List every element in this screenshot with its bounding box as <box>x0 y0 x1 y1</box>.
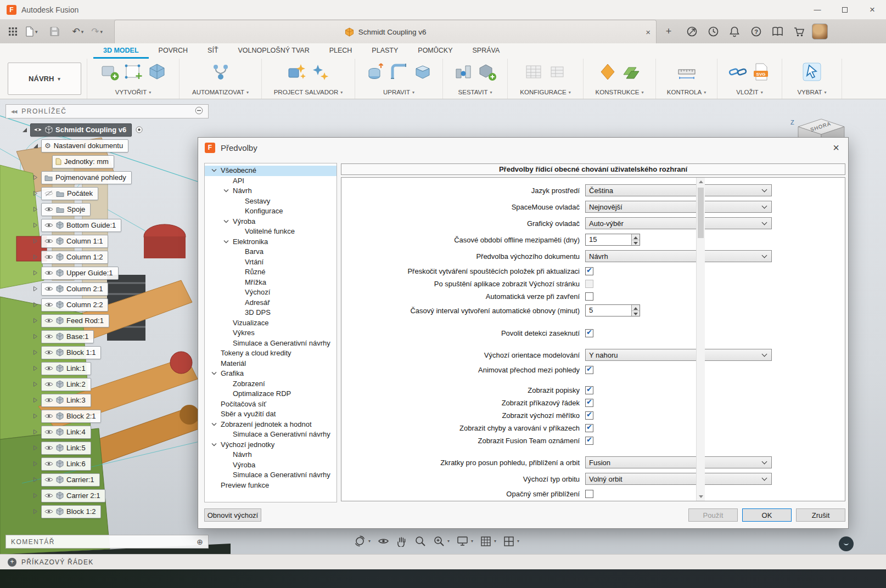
eye-icon[interactable] <box>44 270 53 276</box>
pref-tree-item-simulace-a-generativni-navrhy[interactable]: Simulace a Generativní návrhy <box>205 470 337 480</box>
scroll-up-icon[interactable] <box>697 178 705 186</box>
browser-node[interactable]: Column 1:2 <box>41 251 108 264</box>
collapse-arrow-icon[interactable] <box>22 127 30 133</box>
insert-svg-icon[interactable]: SVG <box>751 61 772 82</box>
collapse-arrow-icon[interactable] <box>33 143 41 149</box>
add-comment-icon[interactable]: ⊕ <box>197 538 203 546</box>
shell-icon[interactable] <box>412 61 433 82</box>
command-expand-icon[interactable]: + <box>8 558 16 567</box>
expand-arrow-icon[interactable] <box>33 254 41 260</box>
pref-tree-item-sestavy[interactable]: Sestavy <box>205 196 337 207</box>
create-sketch-icon[interactable] <box>123 61 144 82</box>
eyeoff-icon[interactable] <box>44 190 53 196</box>
chevron-down-icon[interactable] <box>221 189 231 193</box>
pref-tree-item-tokeny-a-cloud-kredity[interactable]: Tokeny a cloud kredity <box>205 348 337 359</box>
browser-item[interactable]: Link:5 <box>5 440 209 456</box>
browser-item[interactable]: Column 2:2 <box>5 297 209 313</box>
close-button[interactable]: × <box>859 0 886 20</box>
scroll-down-icon[interactable] <box>697 492 705 501</box>
browser-item[interactable]: Počátek <box>5 185 209 201</box>
dialog-close-icon[interactable]: × <box>831 142 842 154</box>
browser-item[interactable]: Bottom Guide:1 <box>5 217 209 233</box>
browser-node[interactable]: Base:1 <box>41 330 94 343</box>
eye-icon[interactable] <box>44 318 53 324</box>
checkbox-zobrazit-popisky[interactable] <box>585 386 593 394</box>
measure-icon[interactable] <box>676 61 697 82</box>
insert-link-icon[interactable] <box>727 61 748 82</box>
tab-sprava[interactable]: SPRÁVA <box>463 43 510 59</box>
eye-icon[interactable] <box>44 254 53 260</box>
expand-arrow-icon[interactable] <box>33 493 41 499</box>
pref-tree-item-konfigurace[interactable]: Konfigurace <box>205 206 337 217</box>
tab-plech[interactable]: PLECH <box>319 43 362 59</box>
pref-tree-item-zobrazeni-jednotek-a-hodnot[interactable]: Zobrazení jednotek a hodnot <box>205 420 337 430</box>
eye-icon[interactable] <box>44 461 53 467</box>
expand-arrow-icon[interactable] <box>33 477 41 483</box>
maximize-button[interactable] <box>831 0 859 20</box>
browser-node[interactable]: Carrier:1 <box>41 473 100 487</box>
browser-node[interactable]: Pojmenované pohledy <box>41 171 132 184</box>
zoom-icon[interactable] <box>414 535 426 547</box>
browser-item[interactable]: Link:4 <box>5 424 209 440</box>
restore-defaults-button[interactable]: Obnovit výchozí <box>204 508 261 522</box>
expand-arrow-icon[interactable] <box>33 365 41 371</box>
eye-icon[interactable] <box>44 397 53 403</box>
pref-tree-item-simulace-a-generativni-navrhy[interactable]: Simulace a Generativní návrhy <box>205 429 337 440</box>
eye-icon[interactable] <box>44 381 53 387</box>
checkbox-po-spusteni-aplikace-zobrazit-vychozi-stranku[interactable] <box>585 280 593 288</box>
browser-item[interactable]: Link:1 <box>5 360 209 376</box>
file-menu-icon[interactable]: ▾ <box>21 23 42 41</box>
browser-item[interactable]: Column 1:1 <box>5 233 209 249</box>
close-document-icon[interactable]: × <box>646 27 651 37</box>
checkbox-zobrazit-prikazovy-radek[interactable] <box>585 399 593 407</box>
expand-arrow-icon[interactable] <box>33 222 41 228</box>
checkbox-zobrazit-vychozi-meritko[interactable] <box>585 411 593 420</box>
pref-tree-item-pocitacova-sit[interactable]: Počítačová síť <box>205 399 337 410</box>
browser-node[interactable]: Link:3 <box>41 394 91 407</box>
expand-arrow-icon[interactable] <box>33 190 41 196</box>
eye-icon[interactable] <box>44 286 53 292</box>
viewports-icon[interactable]: ▾ <box>503 536 519 547</box>
browser-node[interactable]: Column 2:2 <box>41 298 108 312</box>
checkbox-zobrazit-chyby-a-varovani-v-prikazech[interactable] <box>585 424 593 432</box>
joint-icon[interactable] <box>453 61 474 82</box>
expand-arrow-icon[interactable] <box>33 397 41 403</box>
spin-down-icon[interactable] <box>632 311 640 316</box>
display-toggle-icon[interactable] <box>195 106 203 117</box>
pref-tree-item-adresar[interactable]: Adresář <box>205 298 337 308</box>
chevron-down-icon[interactable] <box>209 168 219 173</box>
ok-button[interactable]: OK <box>742 508 792 522</box>
eye-icon[interactable] <box>44 349 53 355</box>
automate-icon[interactable] <box>210 61 231 82</box>
browser-node[interactable]: Počátek <box>41 187 98 200</box>
pref-tree-item-zobrazeni[interactable]: Zobrazení <box>205 379 337 389</box>
activate-component-radio[interactable] <box>136 126 143 133</box>
select-vychozi-orientace-modelovani[interactable]: Y nahoru <box>585 349 772 361</box>
checkbox-preskocit-vytvareni-spoustecich-polozek-pri-aktualizaci[interactable] <box>585 267 593 275</box>
tab-pomucky[interactable]: POMŮCKY <box>408 43 462 59</box>
browser-node[interactable]: Link:2 <box>41 378 91 391</box>
eye-icon[interactable] <box>44 365 53 371</box>
pref-tree-item-vyroba[interactable]: Výroba <box>205 217 337 227</box>
form-scrollbar[interactable] <box>696 178 705 501</box>
eye-icon[interactable] <box>44 493 53 499</box>
spinner-casovy-interval-vytvoreni-automaticke-obnovy-minut[interactable]: 5 <box>585 304 640 316</box>
command-line-bar[interactable]: + PŘÍKAZOVÝ ŘÁDEK <box>0 554 886 569</box>
browser-node[interactable]: Link:4 <box>41 426 91 439</box>
browser-item[interactable]: Carrier 2:1 <box>5 488 209 504</box>
new-document-tab-button[interactable]: + <box>661 25 676 39</box>
browser-item[interactable]: Block 2:1 <box>5 408 209 424</box>
help-icon[interactable]: ? <box>748 24 764 40</box>
browser-node[interactable]: Column 2:1 <box>41 282 108 296</box>
pref-tree-item-grafika[interactable]: Grafika <box>205 369 337 379</box>
profile-avatar[interactable] <box>812 24 828 39</box>
eye-icon[interactable] <box>44 477 53 483</box>
select-predvolba-vychoziho-dokumentu[interactable]: Návrh <box>585 250 772 262</box>
redo-icon[interactable]: ↷▾ <box>87 23 106 41</box>
expand-arrow-icon[interactable] <box>33 429 41 435</box>
notifications-icon[interactable] <box>726 24 743 40</box>
apply-button[interactable]: Použít <box>688 508 738 522</box>
assistant-button[interactable] <box>839 536 854 551</box>
checkbox-zobrazit-fusion-team-oznameni[interactable] <box>585 437 593 445</box>
document-tab[interactable]: Schmidt Coupling v6 × <box>114 20 657 43</box>
